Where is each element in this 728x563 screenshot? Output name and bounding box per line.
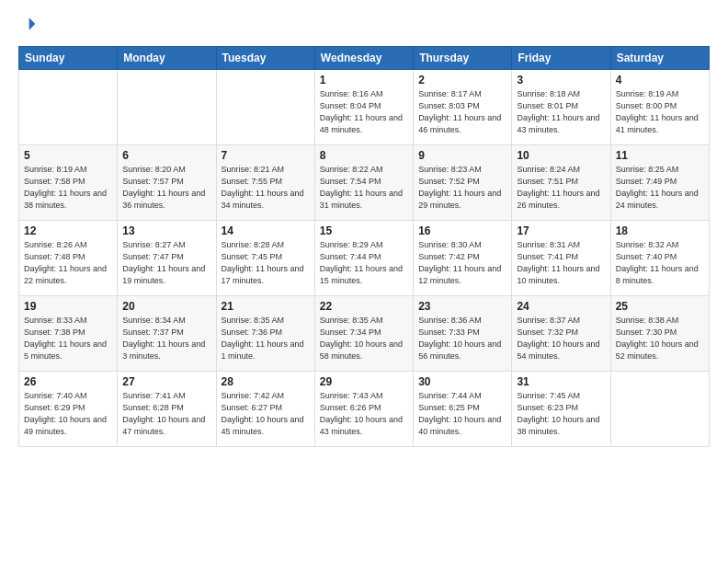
- day-cell: 7Sunrise: 8:21 AM Sunset: 7:55 PM Daylig…: [216, 145, 314, 221]
- day-info: Sunrise: 7:40 AM Sunset: 6:29 PM Dayligh…: [24, 390, 112, 438]
- day-number: 4: [616, 74, 704, 86]
- day-number: 29: [320, 375, 408, 388]
- day-cell: 22Sunrise: 8:35 AM Sunset: 7:34 PM Dayli…: [314, 296, 413, 372]
- day-number: 7: [222, 149, 310, 162]
- day-number: 19: [24, 300, 112, 313]
- day-number: 6: [122, 149, 210, 162]
- day-info: Sunrise: 8:31 AM Sunset: 7:41 PM Dayligh…: [517, 239, 605, 287]
- day-number: 3: [517, 74, 605, 86]
- day-cell: 13Sunrise: 8:27 AM Sunset: 7:47 PM Dayli…: [118, 221, 216, 296]
- day-info: Sunrise: 8:19 AM Sunset: 7:58 PM Dayligh…: [24, 164, 112, 212]
- day-cell: 26Sunrise: 7:40 AM Sunset: 6:29 PM Dayli…: [19, 372, 118, 447]
- day-cell: 24Sunrise: 8:37 AM Sunset: 7:32 PM Dayli…: [512, 296, 610, 372]
- logo-icon: [18, 15, 37, 33]
- calendar: SundayMondayTuesdayWednesdayThursdayFrid…: [18, 46, 710, 447]
- weekday-header-tuesday: Tuesday: [216, 47, 314, 70]
- day-info: Sunrise: 8:30 AM Sunset: 7:42 PM Dayligh…: [418, 239, 506, 287]
- day-info: Sunrise: 7:45 AM Sunset: 6:23 PM Dayligh…: [517, 390, 605, 438]
- day-info: Sunrise: 8:32 AM Sunset: 7:40 PM Dayligh…: [616, 239, 704, 287]
- day-number: 8: [320, 149, 408, 162]
- day-info: Sunrise: 8:34 AM Sunset: 7:37 PM Dayligh…: [122, 315, 210, 362]
- day-info: Sunrise: 8:18 AM Sunset: 8:01 PM Dayligh…: [517, 88, 605, 136]
- day-info: Sunrise: 8:27 AM Sunset: 7:47 PM Dayligh…: [122, 239, 210, 287]
- day-info: Sunrise: 8:24 AM Sunset: 7:51 PM Dayligh…: [517, 164, 605, 212]
- day-info: Sunrise: 8:35 AM Sunset: 7:34 PM Dayligh…: [320, 315, 408, 362]
- day-info: Sunrise: 8:25 AM Sunset: 7:49 PM Dayligh…: [616, 164, 704, 212]
- day-cell: 8Sunrise: 8:22 AM Sunset: 7:54 PM Daylig…: [314, 145, 413, 221]
- day-cell: 18Sunrise: 8:32 AM Sunset: 7:40 PM Dayli…: [610, 221, 709, 296]
- day-number: 14: [222, 224, 310, 237]
- weekday-header-thursday: Thursday: [414, 47, 512, 70]
- page: SundayMondayTuesdayWednesdayThursdayFrid…: [0, 0, 728, 563]
- day-cell: 15Sunrise: 8:29 AM Sunset: 7:44 PM Dayli…: [314, 221, 413, 296]
- day-number: 2: [418, 74, 506, 86]
- day-number: 20: [122, 300, 210, 313]
- day-cell: 3Sunrise: 8:18 AM Sunset: 8:01 PM Daylig…: [512, 70, 610, 145]
- day-number: 24: [517, 300, 605, 313]
- day-info: Sunrise: 7:43 AM Sunset: 6:26 PM Dayligh…: [320, 390, 408, 438]
- day-number: 31: [517, 375, 605, 388]
- day-info: Sunrise: 7:41 AM Sunset: 6:28 PM Dayligh…: [122, 390, 210, 438]
- week-row-4: 26Sunrise: 7:40 AM Sunset: 6:29 PM Dayli…: [19, 372, 710, 447]
- day-cell: 28Sunrise: 7:42 AM Sunset: 6:27 PM Dayli…: [216, 372, 314, 447]
- week-row-0: 1Sunrise: 8:16 AM Sunset: 8:04 PM Daylig…: [19, 70, 710, 145]
- weekday-header-friday: Friday: [512, 47, 610, 70]
- day-number: 23: [418, 300, 506, 313]
- day-info: Sunrise: 8:37 AM Sunset: 7:32 PM Dayligh…: [517, 315, 605, 362]
- day-cell: 27Sunrise: 7:41 AM Sunset: 6:28 PM Dayli…: [118, 372, 216, 447]
- day-number: 30: [418, 375, 506, 388]
- day-info: Sunrise: 8:22 AM Sunset: 7:54 PM Dayligh…: [320, 164, 408, 212]
- day-cell: 11Sunrise: 8:25 AM Sunset: 7:49 PM Dayli…: [610, 145, 709, 221]
- day-number: 21: [222, 300, 310, 313]
- header: [18, 15, 710, 37]
- day-number: 13: [122, 224, 210, 237]
- day-info: Sunrise: 8:23 AM Sunset: 7:52 PM Dayligh…: [418, 164, 506, 212]
- weekday-header-saturday: Saturday: [610, 47, 709, 70]
- day-cell: 31Sunrise: 7:45 AM Sunset: 6:23 PM Dayli…: [512, 372, 610, 447]
- week-row-2: 12Sunrise: 8:26 AM Sunset: 7:48 PM Dayli…: [19, 221, 710, 296]
- day-info: Sunrise: 8:20 AM Sunset: 7:57 PM Dayligh…: [122, 164, 210, 212]
- svg-marker-0: [29, 17, 36, 29]
- day-info: Sunrise: 8:28 AM Sunset: 7:45 PM Dayligh…: [222, 239, 310, 287]
- day-info: Sunrise: 8:36 AM Sunset: 7:33 PM Dayligh…: [418, 315, 506, 362]
- day-cell: [216, 70, 314, 145]
- day-info: Sunrise: 8:33 AM Sunset: 7:38 PM Dayligh…: [24, 315, 112, 362]
- day-number: 5: [24, 149, 112, 162]
- day-cell: 19Sunrise: 8:33 AM Sunset: 7:38 PM Dayli…: [19, 296, 118, 372]
- day-number: 28: [222, 375, 310, 388]
- day-number: 10: [517, 149, 605, 162]
- day-number: 25: [616, 300, 704, 313]
- weekday-header-row: SundayMondayTuesdayWednesdayThursdayFrid…: [19, 47, 710, 70]
- day-number: 15: [320, 224, 408, 237]
- day-info: Sunrise: 8:29 AM Sunset: 7:44 PM Dayligh…: [320, 239, 408, 287]
- day-number: 22: [320, 300, 408, 313]
- logo: [18, 15, 39, 37]
- day-cell: 2Sunrise: 8:17 AM Sunset: 8:03 PM Daylig…: [414, 70, 512, 145]
- day-info: Sunrise: 8:16 AM Sunset: 8:04 PM Dayligh…: [320, 88, 408, 136]
- day-cell: 30Sunrise: 7:44 AM Sunset: 6:25 PM Dayli…: [414, 372, 512, 447]
- day-cell: 21Sunrise: 8:35 AM Sunset: 7:36 PM Dayli…: [216, 296, 314, 372]
- day-cell: 23Sunrise: 8:36 AM Sunset: 7:33 PM Dayli…: [414, 296, 512, 372]
- day-cell: 25Sunrise: 8:38 AM Sunset: 7:30 PM Dayli…: [610, 296, 709, 372]
- day-cell: 4Sunrise: 8:19 AM Sunset: 8:00 PM Daylig…: [610, 70, 709, 145]
- day-number: 16: [418, 224, 506, 237]
- day-cell: 9Sunrise: 8:23 AM Sunset: 7:52 PM Daylig…: [414, 145, 512, 221]
- day-cell: 20Sunrise: 8:34 AM Sunset: 7:37 PM Dayli…: [118, 296, 216, 372]
- day-cell: 1Sunrise: 8:16 AM Sunset: 8:04 PM Daylig…: [314, 70, 413, 145]
- day-number: 1: [320, 74, 408, 86]
- day-number: 17: [517, 224, 605, 237]
- weekday-header-monday: Monday: [118, 47, 216, 70]
- week-row-1: 5Sunrise: 8:19 AM Sunset: 7:58 PM Daylig…: [19, 145, 710, 221]
- weekday-header-wednesday: Wednesday: [314, 47, 413, 70]
- day-info: Sunrise: 7:44 AM Sunset: 6:25 PM Dayligh…: [418, 390, 506, 438]
- day-info: Sunrise: 8:21 AM Sunset: 7:55 PM Dayligh…: [222, 164, 310, 212]
- day-cell: 5Sunrise: 8:19 AM Sunset: 7:58 PM Daylig…: [19, 145, 118, 221]
- day-cell: [118, 70, 216, 145]
- day-number: 12: [24, 224, 112, 237]
- day-cell: 29Sunrise: 7:43 AM Sunset: 6:26 PM Dayli…: [314, 372, 413, 447]
- day-cell: 16Sunrise: 8:30 AM Sunset: 7:42 PM Dayli…: [414, 221, 512, 296]
- day-number: 18: [616, 224, 704, 237]
- day-number: 11: [616, 149, 704, 162]
- weekday-header-sunday: Sunday: [19, 47, 118, 70]
- day-info: Sunrise: 8:35 AM Sunset: 7:36 PM Dayligh…: [222, 315, 310, 362]
